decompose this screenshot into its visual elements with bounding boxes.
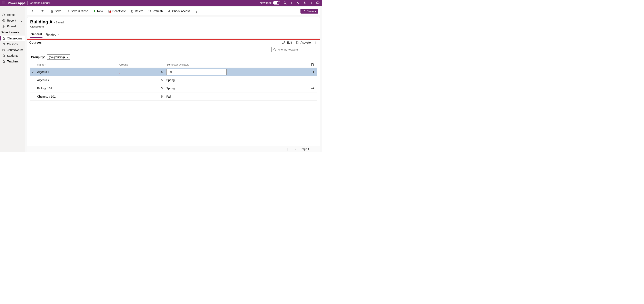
group-by-select[interactable]: (no grouping) [47,54,70,60]
save-button[interactable]: Save [48,7,63,15]
cell-name[interactable]: Algebra 2 [36,78,118,82]
table-row[interactable]: Algebra 2 5 Spring [30,76,317,84]
sidebar-item-classrooms[interactable]: Classrooms [0,36,25,41]
cell-name[interactable]: Algebra 1 [36,70,118,74]
svg-rect-20 [41,10,43,12]
svg-point-9 [284,2,286,4]
sidebar-item-label: Courses [7,43,18,46]
add-icon[interactable] [289,0,294,6]
cell-semester-editing[interactable] [165,69,227,75]
select-all-checkbox[interactable]: ✓ [30,63,36,66]
open-record-arrow-icon[interactable] [311,87,317,90]
entity-name: Classroom [30,25,317,28]
share-button[interactable]: Share ▾ [300,9,318,14]
save-status: - Saved [54,21,64,24]
cell-semester[interactable]: Fall [165,95,227,98]
pager-first-icon[interactable]: |← [287,147,290,150]
deactivate-button[interactable]: Deactivate [106,7,128,15]
open-new-window-icon[interactable] [38,7,46,15]
filter-keyword-input[interactable] [271,47,317,52]
subgrid-activate-button[interactable]: Activate [294,41,313,44]
nav-pinned[interactable]: Pinned ⌄ [0,24,25,29]
chevron-down-icon: ⌄ [57,33,59,36]
table-row[interactable]: Chemistry 101 5 Fall [30,92,317,101]
svg-point-27 [168,10,170,12]
save-close-button[interactable]: Save & Close [64,7,90,15]
check-access-button[interactable]: Check Access [166,7,192,15]
pager-prev-icon[interactable]: ← [294,147,297,150]
sidebar-item-label: Teachers [7,60,19,63]
plus-icon [93,10,96,13]
refresh-button[interactable]: Refresh [146,7,165,15]
app-name: Power Apps [8,1,26,5]
assistant-icon[interactable] [315,0,321,6]
sidebar-item-students[interactable]: Students [0,53,25,59]
hamburger-icon[interactable] [0,6,25,12]
svg-line-28 [170,11,170,12]
filter-icon[interactable] [295,0,301,6]
chevron-down-icon: ⌄ [128,63,130,66]
svg-point-8 [4,4,5,4]
subgrid-edit-button[interactable]: Edit [280,41,294,44]
puzzle-icon [2,60,5,63]
cell-credits[interactable]: *5 [118,70,165,74]
svg-point-7 [4,4,4,4]
new-look-toggle[interactable]: New look [260,1,280,5]
search-icon [273,48,276,51]
grid-save-icon[interactable] [311,63,317,66]
nav-home[interactable]: Home [0,12,25,18]
sidebar-item-courses[interactable]: Courses [0,41,25,47]
subgrid-more-icon[interactable]: ⋮ [313,41,318,44]
cell-name[interactable]: Chemistry 101 [36,95,118,98]
row-checkbox[interactable]: ✓ [30,70,36,74]
new-button[interactable]: New [91,7,105,15]
sidebar-item-teachers[interactable]: Teachers [0,59,25,64]
chevron-down-icon: ▾ [315,10,316,12]
semester-input[interactable] [166,69,227,75]
filter-input[interactable] [278,48,316,51]
svg-rect-21 [51,10,52,11]
column-header-credits[interactable]: Credits ⌄ [118,63,165,66]
sidebar-item-coursewares[interactable]: Coursewares [0,47,25,53]
nav-recent-label: Recent [7,19,16,22]
gear-icon[interactable] [302,0,308,6]
delete-button[interactable]: Delete [129,7,145,15]
new-look-switch[interactable] [273,1,280,5]
puzzle-icon [2,48,5,52]
svg-line-30 [275,50,276,51]
cell-semester[interactable]: Spring [165,87,227,90]
pager-next-icon[interactable]: → [313,147,316,150]
column-header-name[interactable]: Name ↑ ⌄ [36,63,118,66]
share-icon [302,10,306,13]
pin-icon [2,25,5,28]
cell-name[interactable]: Biology 101 [36,87,118,90]
svg-point-5 [4,3,5,3]
refresh-icon [148,10,151,13]
tab-general[interactable]: General [30,31,42,38]
cell-credits[interactable]: 5 [118,78,165,82]
group-by-label: Group By: [31,55,45,59]
search-icon[interactable] [282,0,288,6]
app-launcher-icon[interactable] [1,1,6,5]
svg-point-3 [2,3,3,3]
help-icon[interactable] [308,0,314,6]
table-row[interactable]: Biology 101 5 Spring [30,84,317,92]
more-commands-icon[interactable]: ⋮ [193,7,200,15]
table-row[interactable]: ✓ Algebra 1 *5 [30,68,317,76]
open-record-arrow-icon[interactable] [311,70,317,73]
svg-rect-31 [312,63,313,64]
pencil-icon [282,41,285,44]
svg-point-2 [4,2,5,2]
record-title: Building A [30,19,52,25]
cell-credits[interactable]: 5 [118,87,165,90]
back-button[interactable] [29,7,36,15]
cell-semester[interactable]: Spring [165,78,227,82]
cell-credits[interactable]: 5 [118,95,165,98]
puzzle-icon [2,37,5,40]
tab-related[interactable]: Related⌄ [45,31,60,38]
column-header-semester[interactable]: Semester available ⌄ [165,63,227,66]
nav-recent[interactable]: Recent ⌄ [0,18,25,24]
sidebar-item-label: Classrooms [7,37,22,40]
svg-point-6 [2,4,3,4]
required-indicator: * [119,73,120,76]
